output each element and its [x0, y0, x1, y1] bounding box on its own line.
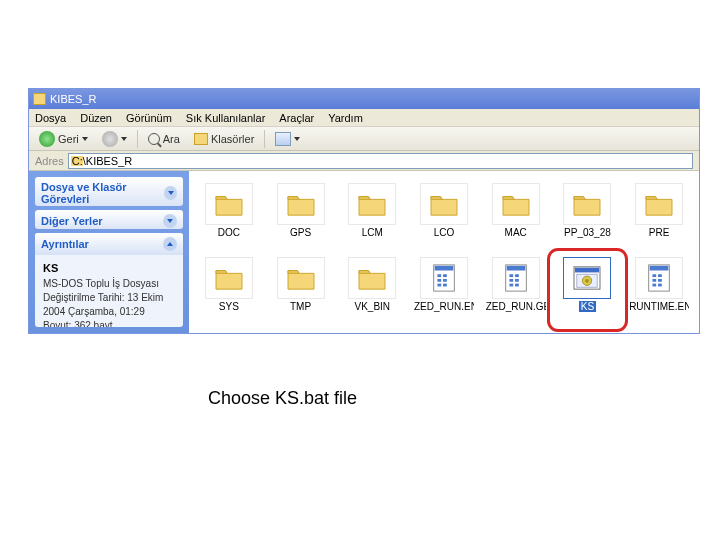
- details-title: Ayrıntılar: [41, 238, 89, 250]
- file-item-zed-run-eng[interactable]: ZED_RUN.ENG: [408, 253, 480, 327]
- chevron-down-icon[interactable]: [163, 214, 177, 228]
- file-label: SYS: [219, 301, 239, 312]
- menu-tools[interactable]: Araçlar: [279, 112, 314, 124]
- file-item-doc[interactable]: DOC: [193, 179, 265, 253]
- folder-icon: [33, 93, 46, 105]
- places-title: Diğer Yerler: [41, 215, 103, 227]
- chevron-down-icon: [82, 137, 88, 141]
- folder-icon: [348, 257, 396, 299]
- chevron-down-icon: [121, 137, 127, 141]
- back-icon: [39, 131, 55, 147]
- file-label: DOC: [218, 227, 240, 238]
- folder-icon: [194, 133, 208, 145]
- file-label: VK_BIN: [354, 301, 390, 312]
- file-item-sys[interactable]: SYS: [193, 253, 265, 327]
- tasks-title: Dosya ve Klasör Görevleri: [41, 181, 164, 205]
- search-icon: [148, 133, 160, 145]
- separator: [137, 130, 138, 148]
- menu-file[interactable]: Dosya: [35, 112, 66, 124]
- file-label: ZED_RUN.ENG: [414, 301, 474, 312]
- file-label: PP_03_28: [564, 227, 611, 238]
- file-item-pp-03-28[interactable]: PP_03_28: [552, 179, 624, 253]
- search-button[interactable]: Ara: [144, 131, 184, 147]
- details-panel: Ayrıntılar KS MS-DOS Toplu İş Dosyası De…: [35, 233, 183, 327]
- folders-button[interactable]: Klasörler: [190, 131, 258, 147]
- file-item-vk-bin[interactable]: VK_BIN: [336, 253, 408, 327]
- chevron-down-icon[interactable]: [164, 186, 177, 200]
- file-label: TMP: [290, 301, 311, 312]
- chevron-up-icon[interactable]: [163, 237, 177, 251]
- tasks-panel[interactable]: Dosya ve Klasör Görevleri: [35, 177, 183, 206]
- folder-icon: [277, 183, 325, 225]
- content-area: Dosya ve Klasör Görevleri Diğer Yerler A…: [29, 171, 699, 333]
- menubar: Dosya Düzen Görünüm Sık Kullanılanlar Ar…: [29, 109, 699, 127]
- file-label: PRE: [649, 227, 670, 238]
- back-button[interactable]: Geri: [35, 129, 92, 149]
- menu-favorites[interactable]: Sık Kullanılanlar: [186, 112, 266, 124]
- file-label: RUNTIME.ENG: [629, 301, 689, 312]
- bat-icon: [563, 257, 611, 299]
- folder-icon: [205, 257, 253, 299]
- views-button[interactable]: [271, 130, 304, 148]
- address-label: Adres: [35, 155, 64, 167]
- cfg-icon: [420, 257, 468, 299]
- details-size: 362 bayt: [74, 320, 112, 328]
- file-item-zed-run-ger[interactable]: ZED_RUN.GER: [480, 253, 552, 327]
- separator: [264, 130, 265, 148]
- folder-icon: [635, 183, 683, 225]
- address-bar: Adres: [29, 151, 699, 171]
- back-label: Geri: [58, 133, 79, 145]
- menu-edit[interactable]: Düzen: [80, 112, 112, 124]
- address-input[interactable]: [68, 153, 693, 169]
- file-label: KS: [579, 301, 596, 312]
- file-item-lcm[interactable]: LCM: [336, 179, 408, 253]
- views-icon: [275, 132, 291, 146]
- file-label: MAC: [505, 227, 527, 238]
- folders-label: Klasörler: [211, 133, 254, 145]
- file-item-tmp[interactable]: TMP: [265, 253, 337, 327]
- places-panel[interactable]: Diğer Yerler: [35, 210, 183, 230]
- forward-button[interactable]: [98, 129, 131, 149]
- file-item-ks[interactable]: KS: [552, 253, 624, 327]
- menu-view[interactable]: Görünüm: [126, 112, 172, 124]
- file-label: GPS: [290, 227, 311, 238]
- file-item-mac[interactable]: MAC: [480, 179, 552, 253]
- cfg-icon: [635, 257, 683, 299]
- chevron-down-icon: [294, 137, 300, 141]
- folder-icon: [563, 183, 611, 225]
- details-modified-label: Değiştirilme Tarihi:: [43, 292, 125, 303]
- details-filename: KS: [43, 261, 175, 276]
- file-item-runtime-eng[interactable]: RUNTIME.ENG: [623, 253, 695, 327]
- file-item-pre[interactable]: PRE: [623, 179, 695, 253]
- titlebar[interactable]: KIBES_R: [29, 89, 699, 109]
- folder-icon: [348, 183, 396, 225]
- forward-icon: [102, 131, 118, 147]
- folder-icon: [277, 257, 325, 299]
- file-item-gps[interactable]: GPS: [265, 179, 337, 253]
- sidebar: Dosya ve Klasör Görevleri Diğer Yerler A…: [29, 171, 189, 333]
- folder-icon: [492, 183, 540, 225]
- window-title: KIBES_R: [50, 93, 96, 105]
- details-filetype: MS-DOS Toplu İş Dosyası: [43, 277, 175, 291]
- file-label: LCM: [362, 227, 383, 238]
- file-grid: DOCGPSLCMLCOMACPP_03_28PRESYSTMPVK_BINZE…: [189, 171, 699, 333]
- cfg-icon: [492, 257, 540, 299]
- file-item-lco[interactable]: LCO: [408, 179, 480, 253]
- file-label: ZED_RUN.GER: [486, 301, 546, 312]
- details-size-label: Boyut:: [43, 320, 71, 328]
- menu-help[interactable]: Yardım: [328, 112, 363, 124]
- instruction-caption: Choose KS.bat file: [208, 388, 357, 409]
- toolbar: Geri Ara Klasörler: [29, 127, 699, 151]
- folder-icon: [205, 183, 253, 225]
- search-label: Ara: [163, 133, 180, 145]
- file-label: LCO: [434, 227, 455, 238]
- explorer-window: KIBES_R Dosya Düzen Görünüm Sık Kullanıl…: [28, 88, 700, 334]
- details-body: KS MS-DOS Toplu İş Dosyası Değiştirilme …: [35, 255, 183, 327]
- folder-icon: [420, 183, 468, 225]
